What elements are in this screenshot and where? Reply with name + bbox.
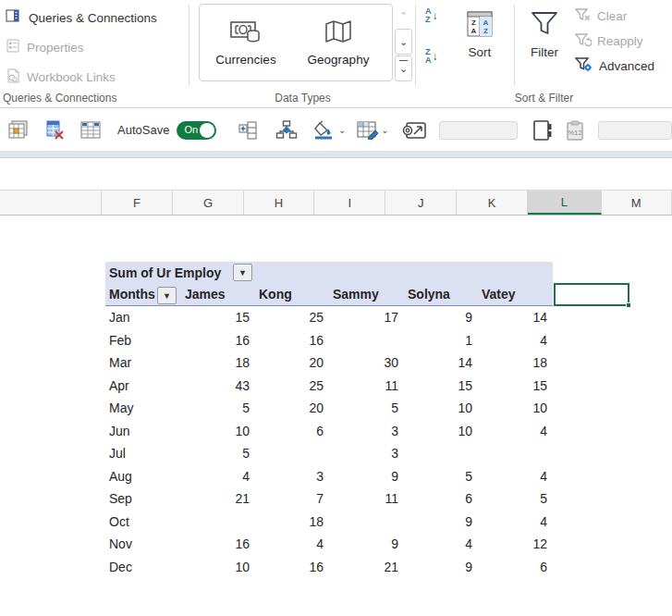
- autosave-toggle[interactable]: On: [177, 121, 216, 140]
- month-cell[interactable]: May: [105, 397, 181, 420]
- value-cell[interactable]: 1: [404, 329, 478, 352]
- value-cell[interactable]: 6: [478, 556, 553, 579]
- insert-cells-icon[interactable]: [238, 121, 259, 140]
- month-cell[interactable]: Apr: [105, 375, 181, 398]
- value-cell[interactable]: 30: [329, 351, 404, 375]
- value-cell[interactable]: 5: [478, 487, 553, 511]
- row-field-dropdown-button[interactable]: ▼: [157, 287, 177, 304]
- value-cell[interactable]: 10: [181, 556, 255, 579]
- value-cell[interactable]: 4: [181, 465, 255, 488]
- value-cell[interactable]: 4: [255, 533, 329, 556]
- value-cell[interactable]: 25: [255, 306, 329, 329]
- month-cell[interactable]: Nov: [105, 533, 181, 556]
- value-cell[interactable]: [329, 511, 404, 534]
- value-cell[interactable]: 11: [329, 487, 404, 511]
- value-cell[interactable]: 21: [181, 487, 255, 511]
- delete-table-icon[interactable]: [44, 120, 65, 140]
- format-table-dropdown-chevron[interactable]: ⌄: [381, 125, 388, 135]
- value-cell[interactable]: 14: [478, 306, 553, 329]
- advanced-filter-button[interactable]: Advanced: [575, 54, 654, 79]
- column-header-F[interactable]: F: [102, 191, 173, 215]
- value-cell[interactable]: 21: [329, 556, 404, 579]
- column-header-L[interactable]: L: [528, 191, 601, 215]
- properties-button[interactable]: Properties: [0, 35, 189, 59]
- side-panel-icon[interactable]: [532, 120, 553, 141]
- month-cell[interactable]: Dec: [105, 556, 181, 579]
- sheet-area[interactable]: Sum of Ur Employ ▼ MonthsJamesKongSammyS…: [0, 216, 672, 616]
- value-cell[interactable]: 18: [478, 351, 553, 375]
- gallery-scroll-down-button[interactable]: ⌄: [395, 29, 412, 55]
- value-cell[interactable]: 3: [255, 465, 329, 488]
- currencies-datatype-button[interactable]: Currencies: [200, 5, 292, 80]
- value-cell[interactable]: 18: [181, 351, 255, 375]
- value-cell[interactable]: 4: [478, 329, 553, 352]
- value-cell[interactable]: 10: [404, 420, 478, 443]
- value-cell[interactable]: [478, 442, 553, 465]
- clear-filter-button[interactable]: Clear: [575, 4, 654, 29]
- value-cell[interactable]: 3: [329, 420, 404, 443]
- value-cell[interactable]: 4: [478, 420, 553, 443]
- column-header-K[interactable]: K: [457, 191, 528, 215]
- month-cell[interactable]: Oct: [105, 511, 181, 534]
- value-cell[interactable]: 4: [478, 465, 553, 488]
- sort-button[interactable]: ZAAZ Sort: [455, 3, 505, 82]
- value-cell[interactable]: 16: [255, 556, 329, 579]
- paste-special-icon[interactable]: %12: [565, 120, 585, 141]
- value-cell[interactable]: [255, 442, 329, 465]
- value-cell[interactable]: 11: [329, 375, 404, 398]
- value-cell[interactable]: 12: [478, 533, 553, 556]
- value-cell[interactable]: 15: [478, 375, 553, 398]
- column-header-H[interactable]: H: [244, 191, 314, 215]
- column-header-I[interactable]: I: [314, 191, 385, 215]
- value-cell[interactable]: 5: [181, 397, 255, 420]
- column-header-blank[interactable]: [0, 191, 102, 215]
- value-cell[interactable]: 10: [181, 420, 255, 443]
- fill-color-dropdown-chevron[interactable]: ⌄: [338, 125, 346, 135]
- value-cell[interactable]: 6: [404, 487, 478, 511]
- month-cell[interactable]: Jul: [105, 442, 181, 465]
- attach-send-icon[interactable]: [402, 121, 426, 140]
- value-cell[interactable]: 10: [478, 397, 553, 420]
- geography-datatype-button[interactable]: Geography: [292, 5, 385, 80]
- month-cell[interactable]: Sep: [105, 487, 181, 511]
- value-cell[interactable]: 16: [255, 329, 329, 352]
- value-cell[interactable]: 9: [404, 306, 478, 329]
- value-cell[interactable]: 18: [255, 511, 329, 534]
- value-cell[interactable]: 25: [255, 375, 329, 398]
- column-header-M[interactable]: M: [602, 191, 672, 215]
- selected-cell[interactable]: [554, 283, 629, 306]
- month-cell[interactable]: Feb: [105, 329, 181, 352]
- value-cell[interactable]: 5: [181, 442, 255, 465]
- reapply-filter-button[interactable]: Reapply: [575, 29, 654, 54]
- value-cell[interactable]: 20: [255, 351, 329, 375]
- month-cell[interactable]: Jun: [105, 420, 181, 443]
- gallery-scroll-up-button[interactable]: ⌃: [395, 4, 412, 28]
- value-cell[interactable]: 6: [255, 420, 329, 443]
- value-cell[interactable]: [329, 329, 404, 352]
- value-cell[interactable]: 5: [404, 465, 478, 488]
- workbook-links-button[interactable]: Workbook Links: [0, 65, 189, 89]
- value-cell[interactable]: 3: [329, 442, 404, 465]
- value-cell[interactable]: 16: [181, 329, 255, 352]
- filter-button[interactable]: Filter: [519, 3, 569, 82]
- queries-connections-button[interactable]: Queries & Connections: [0, 6, 189, 30]
- sort-ascending-button[interactable]: AZ↓: [425, 7, 438, 24]
- value-cell[interactable]: 9: [404, 556, 478, 579]
- banded-rows-table-icon[interactable]: [80, 120, 101, 140]
- value-cell[interactable]: 17: [329, 306, 404, 329]
- value-cell[interactable]: 15: [181, 306, 255, 329]
- value-cell[interactable]: 10: [404, 397, 478, 420]
- column-header-J[interactable]: J: [385, 191, 456, 215]
- value-cell[interactable]: 15: [404, 375, 478, 398]
- value-cell[interactable]: 4: [404, 533, 478, 556]
- value-cell[interactable]: 14: [404, 351, 478, 375]
- value-cell[interactable]: 9: [329, 465, 404, 488]
- value-cell[interactable]: 7: [255, 487, 329, 511]
- value-cell[interactable]: [181, 511, 255, 534]
- fill-color-icon[interactable]: [312, 120, 336, 140]
- value-cell[interactable]: 16: [181, 533, 255, 556]
- value-cell[interactable]: 20: [255, 397, 329, 420]
- org-chart-icon[interactable]: [275, 120, 298, 140]
- value-cell[interactable]: 9: [404, 511, 478, 534]
- value-field-dropdown-button[interactable]: ▼: [233, 264, 252, 281]
